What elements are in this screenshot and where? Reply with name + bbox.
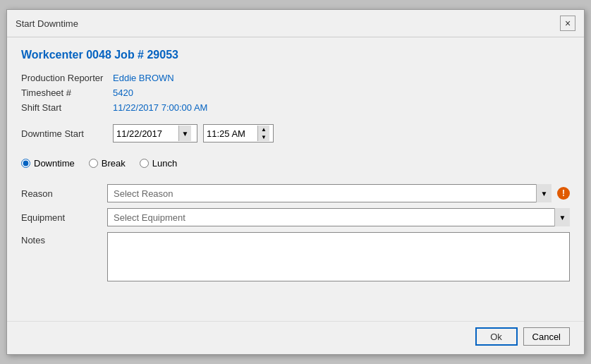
dialog-body: Workcenter 0048 Job # 29053 Production R… [7,37,584,321]
break-radio-label: Break [102,158,126,169]
equipment-select-wrapper: Select Equipment ▼ [107,208,570,226]
shift-start-value: 11/22/2017 7:00:00 AM [113,101,570,114]
info-grid: Production Reporter Eddie BROWN Timeshee… [21,71,570,114]
downtime-radio-option[interactable]: Downtime [21,158,75,169]
downtime-radio-label: Downtime [34,158,75,169]
equipment-label: Equipment [21,212,102,223]
reason-select[interactable]: Select Reason [107,184,552,202]
production-reporter-value: Eddie BROWN [113,71,570,85]
time-spin-buttons: ▲ ▼ [257,126,269,141]
break-radio[interactable] [89,159,98,168]
reason-row: Reason Select Reason ▼ ! [21,184,570,202]
production-reporter-label: Production Reporter [21,71,113,85]
start-downtime-dialog: Start Downtime × Workcenter 0048 Job # 2… [6,9,585,355]
reason-warning-icon: ! [557,187,570,200]
notes-textarea[interactable] [107,232,570,281]
lunch-radio-option[interactable]: Lunch [140,158,177,169]
reason-select-wrapper: Select Reason ▼ [107,184,552,202]
downtime-start-row: Downtime Start ▼ ▲ ▼ [21,124,570,142]
workcenter-title: Workcenter 0048 Job # 29053 [21,49,570,61]
dialog-title: Start Downtime [16,18,78,29]
equipment-row: Equipment Select Equipment ▼ [21,208,570,226]
timesheet-value: 5420 [113,86,570,99]
time-input[interactable] [207,128,257,139]
ok-button[interactable]: Ok [475,327,518,346]
time-input-wrapper: ▲ ▼ [203,124,274,142]
date-dropdown-button[interactable]: ▼ [178,126,191,141]
notes-row: Notes [21,232,570,281]
break-radio-option[interactable]: Break [89,158,126,169]
downtime-start-label: Downtime Start [21,128,107,139]
lunch-radio[interactable] [140,159,149,168]
cancel-button[interactable]: Cancel [523,327,570,346]
date-input[interactable] [116,128,178,139]
close-button[interactable]: × [560,16,575,31]
timesheet-label: Timesheet # [21,86,113,99]
shift-start-label: Shift Start [21,101,113,114]
reason-label: Reason [21,188,102,199]
dialog-footer: Ok Cancel [7,321,584,354]
downtime-radio[interactable] [21,159,30,168]
date-input-wrapper: ▼ [113,124,197,142]
radio-row: Downtime Break Lunch [21,154,570,173]
time-spin-up[interactable]: ▲ [258,126,269,133]
notes-label: Notes [21,232,102,245]
equipment-select[interactable]: Select Equipment [107,208,570,226]
dialog-title-bar: Start Downtime × [7,10,584,37]
lunch-radio-label: Lunch [152,158,177,169]
time-spin-down[interactable]: ▼ [258,133,269,141]
